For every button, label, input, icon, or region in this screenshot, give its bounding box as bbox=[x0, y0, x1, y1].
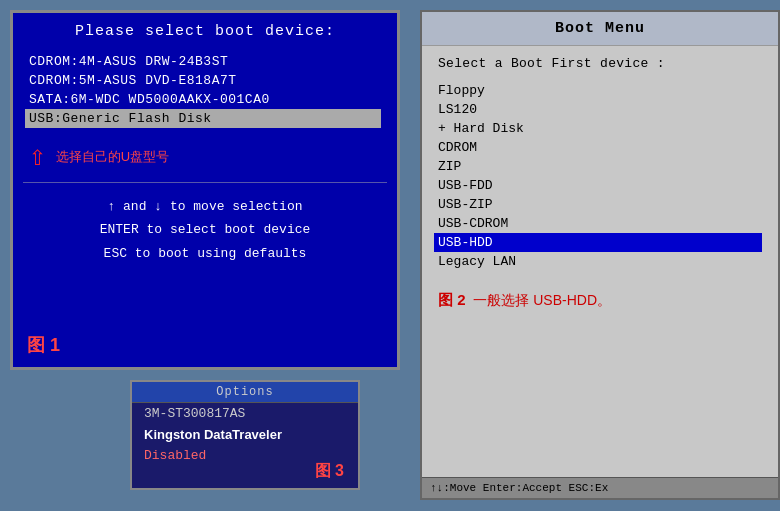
bios-item-1[interactable]: CDROM:5M-ASUS DVD-E818A7T bbox=[29, 71, 381, 90]
chinese-label: 选择自己的U盘型号 bbox=[56, 148, 169, 166]
bios-instructions: ↑ and ↓ to move selection ENTER to selec… bbox=[13, 189, 397, 271]
bios-device-list: CDROM:4M-ASUS DRW-24B3ST CDROM:5M-ASUS D… bbox=[13, 48, 397, 132]
bios-item-0[interactable]: CDROM:4M-ASUS DRW-24B3ST bbox=[29, 52, 381, 71]
up-arrow-icon: ⇧ bbox=[29, 144, 46, 172]
fig2-area: 图 2 一般选择 USB-HDD。 bbox=[422, 275, 778, 318]
boot-item-harddisk[interactable]: Hard Disk bbox=[438, 119, 762, 138]
boot-item-legacylan[interactable]: Legacy LAN bbox=[438, 252, 762, 271]
bios-item-2[interactable]: SATA:6M-WDC WD5000AAKX-001CA0 bbox=[29, 90, 381, 109]
boot-menu-title: Boot Menu bbox=[422, 12, 778, 46]
boot-item-usbcdrom[interactable]: USB-CDROM bbox=[438, 214, 762, 233]
fig1-label: 图 1 bbox=[27, 333, 60, 357]
bios-divider bbox=[23, 182, 387, 183]
bios-item-3-selected[interactable]: USB:Generic Flash Disk bbox=[25, 109, 381, 128]
boot-menu-subtitle: Select a Boot First device : bbox=[422, 46, 778, 77]
bios-left-title: Please select boot device: bbox=[13, 13, 397, 48]
bios-left-panel: Please select boot device: CDROM:4M-ASUS… bbox=[10, 10, 400, 370]
boot-item-usbzip[interactable]: USB-ZIP bbox=[438, 195, 762, 214]
fig2-description: 一般选择 USB-HDD。 bbox=[473, 292, 611, 308]
bios-mini-panel: Options 3M-ST300817AS Kingston DataTrave… bbox=[130, 380, 360, 490]
instruction-line-0: ↑ and ↓ to move selection bbox=[23, 195, 387, 218]
boot-device-list: Floppy LS120 Hard Disk CDROM ZIP USB-FDD… bbox=[422, 77, 778, 275]
bios-right-panel: Boot Menu Select a Boot First device : F… bbox=[420, 10, 780, 500]
boot-item-floppy[interactable]: Floppy bbox=[438, 81, 762, 100]
mini-item-0[interactable]: 3M-ST300817AS bbox=[132, 403, 358, 424]
instruction-line-2: ESC to boot using defaults bbox=[23, 242, 387, 265]
instruction-line-1: ENTER to select boot device bbox=[23, 218, 387, 241]
right-bottom-bar: ↑↓:Move Enter:Accept ESC:Ex bbox=[422, 477, 778, 498]
boot-item-zip[interactable]: ZIP bbox=[438, 157, 762, 176]
mini-item-1-highlight[interactable]: Kingston DataTraveler bbox=[132, 424, 358, 445]
boot-item-ls120[interactable]: LS120 bbox=[438, 100, 762, 119]
boot-item-cdrom[interactable]: CDROM bbox=[438, 138, 762, 157]
mini-title: Options bbox=[132, 382, 358, 403]
fig2-label: 图 2 bbox=[438, 291, 466, 308]
boot-item-usbfdd[interactable]: USB-FDD bbox=[438, 176, 762, 195]
arrow-area: ⇧ 选择自己的U盘型号 bbox=[13, 132, 397, 176]
fig3-label: 图 3 bbox=[315, 461, 344, 482]
boot-item-usbhdd-selected[interactable]: USB-HDD bbox=[434, 233, 762, 252]
